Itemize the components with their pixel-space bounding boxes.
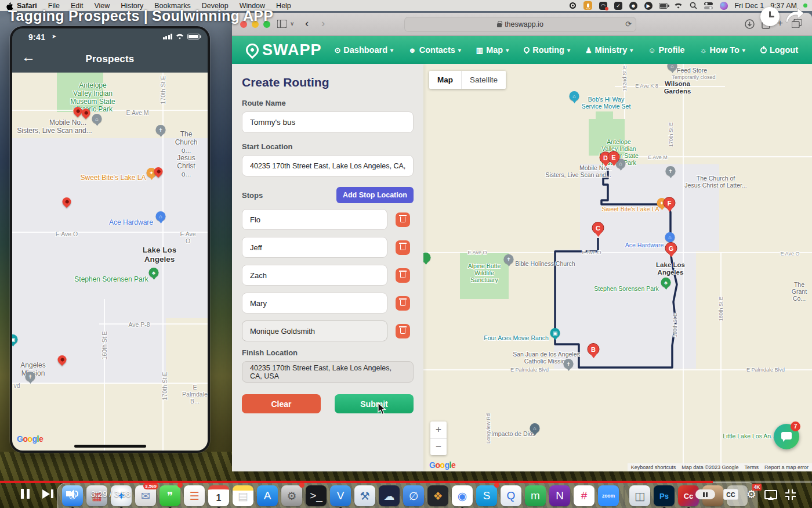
stop-input-1[interactable] <box>242 209 387 230</box>
zoom-window-button[interactable] <box>263 21 270 28</box>
dock-icon-reminders[interactable]: ☰ <box>184 485 205 506</box>
minimize-window-button[interactable] <box>252 21 259 28</box>
poi-pin-icon[interactable]: ⌂ <box>665 232 675 242</box>
dock-icon-green-app[interactable]: m <box>525 485 546 506</box>
screen-record-icon[interactable] <box>568 1 577 10</box>
user-circle-icon[interactable]: ☻ <box>629 1 637 10</box>
route-marker-E[interactable]: E <box>608 151 620 163</box>
nav-item-dashboard[interactable]: ⊙Dashboard▾ <box>334 45 393 55</box>
chevron-down-icon[interactable]: ∨ <box>290 20 294 27</box>
poi-pin-icon[interactable]: ✝ <box>504 254 514 264</box>
shield-check-icon[interactable]: ✓ <box>614 1 622 10</box>
submit-button[interactable]: Submit <box>335 394 414 413</box>
microphone-icon[interactable] <box>583 1 592 10</box>
menu-item-develop[interactable]: Develop <box>202 2 229 10</box>
back-button[interactable]: ‹ <box>305 17 309 30</box>
route-marker-G[interactable]: G <box>665 242 677 254</box>
back-arrow-icon[interactable]: ← <box>21 49 35 65</box>
nav-item-map[interactable]: ▥Map▾ <box>476 45 509 55</box>
dock-icon-user-photo[interactable] <box>702 485 723 506</box>
dock-icon-chrome[interactable]: ◉ <box>452 485 473 506</box>
swapp-logo[interactable]: SWAPP <box>246 41 322 59</box>
route-name-input[interactable] <box>242 111 414 133</box>
menu-item-safari[interactable]: Safari <box>17 2 37 10</box>
route-marker-F[interactable]: F <box>664 197 676 209</box>
dock-icon-xcode[interactable]: ⚒ <box>354 485 375 506</box>
dock-icon-vscode[interactable]: V <box>330 485 351 506</box>
nav-item-logout[interactable]: Logout <box>760 45 798 55</box>
dock-icon-mail[interactable]: ✉3,569 <box>135 485 156 506</box>
map-type-satellite-button[interactable]: Satellite <box>462 71 506 89</box>
poi-pin-icon[interactable]: ♣ <box>149 268 159 278</box>
reload-icon[interactable]: ⟳ <box>625 20 632 28</box>
close-window-button[interactable] <box>240 21 247 28</box>
delete-stop-button-3[interactable] <box>396 268 410 283</box>
zoom-out-button[interactable]: − <box>430 439 447 456</box>
attribution-link[interactable]: Report a map error <box>764 464 809 470</box>
poi-pin-icon[interactable] <box>423 253 431 262</box>
sidebar-icon[interactable] <box>277 20 287 28</box>
dock-icon-skype[interactable]: S <box>476 485 497 506</box>
search-icon[interactable] <box>689 1 698 10</box>
attribution-link[interactable]: Map data ©2023 Google <box>682 464 738 470</box>
finish-location-input[interactable]: 40235 170th Street East, Lake Los Angele… <box>242 361 414 383</box>
dock-icon-preview-app[interactable]: ◫ <box>629 485 650 506</box>
nav-item-ministry[interactable]: ♟Ministry▾ <box>585 45 633 55</box>
delete-stop-button-4[interactable] <box>396 296 410 311</box>
dock-icon-app-store[interactable]: A <box>257 485 278 506</box>
address-bar[interactable]: theswapp.io ⟳ <box>404 17 636 32</box>
dock-icon-notes[interactable]: ▤ <box>233 485 253 506</box>
zoom-in-button[interactable]: + <box>430 421 447 439</box>
chat-bubble-button[interactable]: 7 <box>774 424 799 449</box>
nav-item-how-to[interactable]: ☼How To▾ <box>700 45 745 55</box>
stop-input-2[interactable] <box>242 237 387 258</box>
wifi-icon[interactable] <box>674 1 683 10</box>
downloads-icon[interactable] <box>745 19 755 29</box>
dock-icon-launchpad[interactable]: ▦ <box>86 485 107 506</box>
battery-icon[interactable] <box>659 1 668 10</box>
siri-icon[interactable] <box>719 1 728 10</box>
poi-pin-icon[interactable]: ⌂ <box>156 211 166 221</box>
dock-icon-onenote[interactable]: N <box>549 485 570 506</box>
dock-icon-quicktime[interactable]: Q <box>501 485 521 506</box>
menu-item-view[interactable]: View <box>94 2 110 10</box>
dock-icon-creative-cloud[interactable]: Cc <box>678 485 699 506</box>
nav-item-contacts[interactable]: ☻Contacts▾ <box>408 45 461 55</box>
map-type-map-button[interactable]: Map <box>429 71 462 89</box>
dock-icon-davinci-resolve[interactable]: ❖ <box>427 485 448 506</box>
poi-pin-icon[interactable]: ✝ <box>26 372 35 381</box>
route-marker-C[interactable]: C <box>592 222 604 234</box>
poi-pin-icon[interactable]: ✝ <box>666 166 676 176</box>
dock-icon-safari[interactable]: ✦ <box>111 485 132 506</box>
dock-icon-cloud-app[interactable]: ☁ <box>379 485 400 506</box>
play-circle-icon[interactable]: ▶ <box>644 1 652 10</box>
stop-input-5[interactable] <box>242 320 387 341</box>
forward-button[interactable]: › <box>321 17 325 30</box>
clear-button[interactable]: Clear <box>242 394 321 413</box>
menu-bar-date[interactable]: Fri Dec 1 <box>734 2 764 10</box>
delete-stop-button-2[interactable] <box>396 240 410 255</box>
dock-icon-trash[interactable] <box>727 485 748 506</box>
nav-item-profile[interactable]: ☺Profile <box>648 45 684 55</box>
poi-pin-icon[interactable]: ⌂ <box>668 64 677 71</box>
watch-later-icon[interactable] <box>760 7 780 26</box>
menu-item-help[interactable]: Help <box>276 2 291 10</box>
apple-menu-icon[interactable] <box>6 1 13 10</box>
poi-pin-icon[interactable]: ⌂ <box>530 423 540 433</box>
dock-icon-zoom[interactable]: zoom <box>598 485 619 506</box>
dock-icon-system-settings[interactable]: ⚙ <box>281 485 302 506</box>
poi-pin-icon[interactable]: ✝ <box>564 359 574 369</box>
menu-item-edit[interactable]: Edit <box>71 2 84 10</box>
routing-map[interactable]: Map Satellite + − Google Keyboard shortc… <box>423 64 812 471</box>
phone-map[interactable]: Google Antelope Valley Indian Museum Sta… <box>12 73 208 451</box>
poi-pin-icon[interactable]: ⌂ <box>92 114 102 124</box>
delete-stop-button-5[interactable] <box>396 324 410 338</box>
dock-icon-no-sign-app[interactable]: ∅ <box>403 485 424 506</box>
attribution-link[interactable]: Keyboard shortcuts <box>631 464 676 470</box>
poi-pin-icon[interactable]: ⌂ <box>570 91 579 101</box>
notification-app-icon[interactable]: ◠ <box>599 1 607 10</box>
share-arrow-icon[interactable] <box>784 7 805 26</box>
dock-icon-finder[interactable]: ☺ <box>62 485 83 506</box>
menu-item-file[interactable]: File <box>48 2 60 10</box>
home-indicator[interactable] <box>74 445 146 448</box>
